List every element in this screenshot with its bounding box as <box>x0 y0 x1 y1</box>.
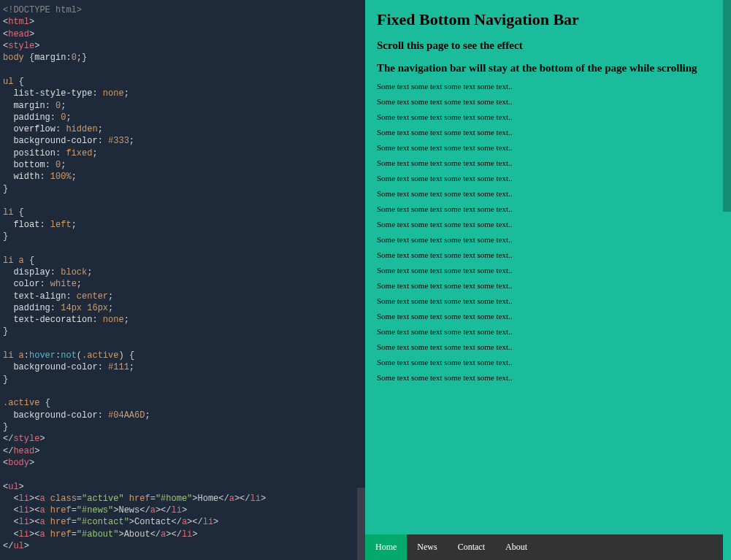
preview-p: Some text some text some text some text.… <box>377 281 719 290</box>
sel-lia: li a <box>3 256 24 266</box>
preview-p: Some text some text some text some text.… <box>377 128 719 137</box>
preview-p: Some text some text some text some text.… <box>377 143 719 152</box>
preview-scrollbar-thumb[interactable] <box>723 0 731 212</box>
preview-p: Some text some text some text some text.… <box>377 97 719 106</box>
preview-navbar: Home News Contact About <box>365 534 723 560</box>
preview-scrollbar[interactable] <box>723 0 731 560</box>
preview-p: Some text some text some text some text.… <box>377 250 719 259</box>
preview-p: Some text some text some text some text.… <box>377 266 719 275</box>
preview-p: Some text some text some text some text.… <box>377 312 719 321</box>
preview-p: Some text some text some text some text.… <box>377 158 719 167</box>
nav-home-link[interactable]: Home <box>365 534 407 560</box>
preview-p: Some text some text some text some text.… <box>377 174 719 183</box>
tag-body: body <box>8 458 29 468</box>
code-scrollbar[interactable] <box>357 0 365 560</box>
sel-active: .active <box>3 398 39 408</box>
preview-p: Some text some text some text some text.… <box>377 82 719 91</box>
preview-pane: Fixed Bottom Navigation Bar Scroll this … <box>365 0 731 560</box>
preview-p: Some text some text some text some text.… <box>377 358 719 367</box>
app-root: <!DOCTYPE html> <html> <head> <style> bo… <box>0 0 731 560</box>
preview-p: Some text some text some text some text.… <box>377 204 719 213</box>
preview-h1: Fixed Bottom Navigation Bar <box>377 10 719 29</box>
sel-body: body <box>3 53 24 63</box>
code-editor[interactable]: <!DOCTYPE html> <html> <head> <style> bo… <box>0 0 357 560</box>
code-scrollbar-thumb[interactable] <box>357 488 365 560</box>
doctype-token: <!DOCTYPE html> <box>3 5 82 15</box>
preview-p: Some text some text some text some text.… <box>377 327 719 336</box>
preview-p: Some text some text some text some text.… <box>377 112 719 121</box>
preview-p: Some text some text some text some text.… <box>377 235 719 244</box>
preview-h2-a: Scroll this page to see the effect <box>377 39 719 52</box>
preview-p: Some text some text some text some text.… <box>377 296 719 305</box>
tag-ul: ul <box>8 482 18 492</box>
nav-about-link[interactable]: About <box>495 534 537 560</box>
code-editor-pane: <!DOCTYPE html> <html> <head> <style> bo… <box>0 0 365 560</box>
preview-p: Some text some text some text some text.… <box>377 373 719 382</box>
preview-h2-b: The navigation bar will stay at the bott… <box>377 62 719 74</box>
tag-style: style <box>8 41 34 51</box>
sel-ul: ul <box>3 77 13 87</box>
tag-html: html <box>8 17 29 27</box>
preview-p: Some text some text some text some text.… <box>377 342 719 351</box>
sel-li: li <box>3 207 13 218</box>
preview-p: Some text some text some text some text.… <box>377 189 719 198</box>
nav-contact-link[interactable]: Contact <box>448 534 495 560</box>
tag-head: head <box>8 29 29 39</box>
preview-p: Some text some text some text some text.… <box>377 220 719 229</box>
nav-news-link[interactable]: News <box>407 534 447 560</box>
preview-content[interactable]: Fixed Bottom Navigation Bar Scroll this … <box>365 0 731 399</box>
